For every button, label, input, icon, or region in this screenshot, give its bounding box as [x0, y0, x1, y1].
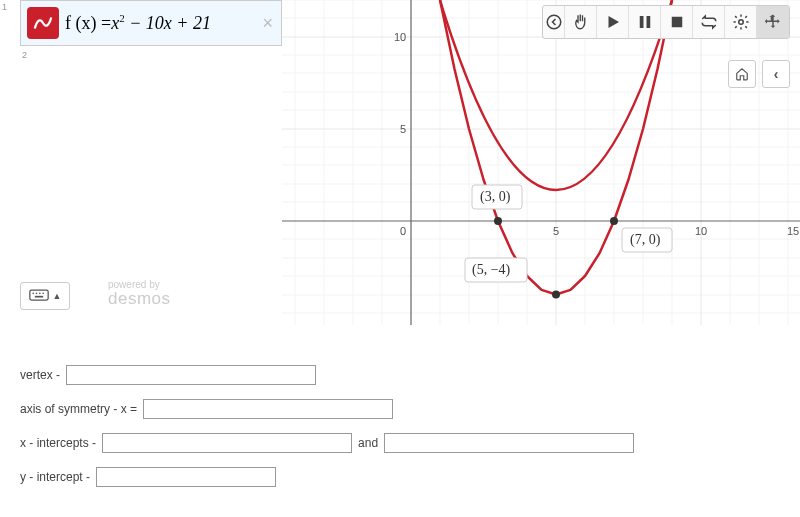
svg-rect-36	[646, 16, 650, 28]
loop-button[interactable]	[693, 6, 725, 38]
move-tool-button[interactable]	[757, 6, 789, 38]
settings-button[interactable]	[725, 6, 757, 38]
graph-canvas[interactable]: 10 5 0 5 10 15 (3, 0) (7, 0) (5, −4)	[282, 0, 800, 325]
y-intercept-input[interactable]	[96, 467, 276, 487]
tick-y5: 5	[400, 123, 406, 135]
and-text: and	[358, 436, 378, 450]
point-label-1: (3, 0)	[480, 189, 511, 205]
tick-y10: 10	[394, 31, 406, 43]
axis-of-symmetry-input[interactable]	[143, 399, 393, 419]
point-label-3: (5, −4)	[472, 262, 511, 278]
point-5-neg4[interactable]	[552, 291, 560, 299]
home-button[interactable]	[728, 60, 756, 88]
expression-input[interactable]: f (x) =x2 − 10x + 21	[65, 12, 254, 34]
svg-point-41	[35, 293, 37, 295]
svg-point-34	[547, 15, 561, 29]
row-number-1: 1	[2, 2, 7, 12]
keyboard-icon	[29, 288, 49, 304]
point-3-0[interactable]	[494, 217, 502, 225]
animation-toolbar	[542, 5, 790, 39]
pause-button[interactable]	[629, 6, 661, 38]
tick-x0: 0	[400, 225, 406, 237]
yint-label: y - intercept -	[20, 470, 90, 484]
drag-tool-button[interactable]	[565, 6, 597, 38]
axis-label: axis of symmetry - x =	[20, 402, 137, 416]
calculator-embed: 1 f (x) =x2 − 10x + 21 × 2	[0, 0, 800, 325]
row-number-2: 2	[22, 50, 27, 60]
chevron-up-icon: ▲	[53, 291, 62, 301]
tick-x10: 10	[695, 225, 707, 237]
svg-point-43	[42, 293, 44, 295]
collapse-button[interactable]: ‹	[762, 60, 790, 88]
tick-x5: 5	[553, 225, 559, 237]
svg-point-38	[738, 20, 743, 25]
expression-row-1[interactable]: f (x) =x2 − 10x + 21 ×	[20, 0, 282, 46]
svg-rect-39	[29, 290, 47, 300]
expression-list: 1 f (x) =x2 − 10x + 21 × 2	[20, 0, 282, 46]
point-label-2: (7, 0)	[630, 232, 661, 248]
vertex-input[interactable]	[66, 365, 316, 385]
delete-expression-button[interactable]: ×	[254, 13, 281, 34]
function-color-icon[interactable]	[27, 7, 59, 39]
powered-by-desmos: powered by desmos	[108, 280, 171, 307]
svg-rect-44	[34, 296, 42, 298]
play-button[interactable]	[597, 6, 629, 38]
x-intercept-1-input[interactable]	[102, 433, 352, 453]
svg-rect-37	[671, 17, 682, 28]
prev-frame-button[interactable]	[543, 6, 565, 38]
tick-x15: 15	[787, 225, 799, 237]
nav-buttons: ‹	[728, 60, 790, 88]
home-icon	[735, 67, 749, 81]
point-7-0[interactable]	[610, 217, 618, 225]
stop-button[interactable]	[661, 6, 693, 38]
svg-rect-35	[639, 16, 643, 28]
svg-point-42	[39, 293, 41, 295]
grid-minor	[282, 0, 800, 325]
x-intercept-2-input[interactable]	[384, 433, 634, 453]
xint-label: x - intercepts -	[20, 436, 96, 450]
vertex-label: vertex -	[20, 368, 60, 382]
answer-form: vertex - axis of symmetry - x = x - inte…	[20, 365, 634, 501]
keypad-toggle[interactable]: ▲	[20, 282, 70, 310]
svg-point-40	[32, 293, 34, 295]
